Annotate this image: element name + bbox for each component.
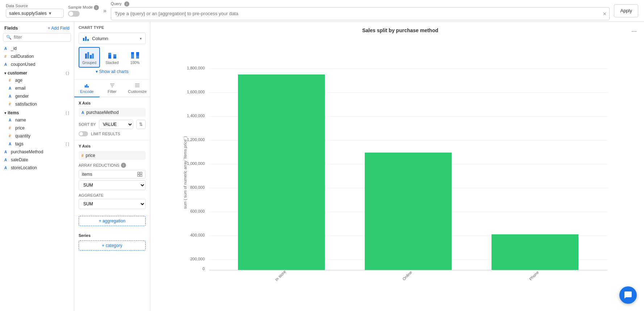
field-item-price[interactable]: # price: [0, 124, 74, 132]
svg-text:600,000: 600,000: [190, 209, 205, 213]
limit-toggle[interactable]: [79, 131, 88, 136]
sort-direction-button[interactable]: ⇅: [136, 120, 146, 129]
field-name: _id: [11, 46, 70, 51]
x-axis-field-name: purchaseMethod: [86, 110, 118, 115]
field-name: saleDate: [11, 157, 70, 162]
sample-mode-label: Sample Mode i: [68, 5, 99, 10]
svg-rect-0: [83, 38, 84, 41]
svg-rect-1: [85, 37, 87, 41]
svg-rect-17: [85, 85, 86, 88]
fields-search: 🔍: [3, 33, 71, 42]
show-all-charts-link[interactable]: ▾ Show all charts: [79, 68, 146, 76]
svg-text:1,600,000: 1,600,000: [187, 90, 205, 94]
svg-rect-19: [88, 86, 89, 88]
svg-text:Online: Online: [401, 270, 413, 281]
field-item-callDuration[interactable]: # callDuration: [0, 52, 74, 60]
field-type-icon: A: [4, 158, 9, 162]
search-icon: 🔍: [6, 35, 12, 40]
svg-rect-3: [85, 54, 87, 59]
svg-rect-4: [87, 52, 89, 59]
field-item-storeLocation[interactable]: A storeLocation: [0, 164, 74, 172]
stacked-label: Stacked: [105, 61, 118, 65]
svg-rect-7: [108, 55, 111, 59]
chevron-down-icon: ▾: [49, 10, 60, 16]
svg-text:1,000,000: 1,000,000: [187, 161, 205, 166]
toggle-knob: [69, 12, 73, 16]
add-aggregation-button[interactable]: + aggregation: [79, 216, 146, 226]
field-name: gender: [15, 94, 70, 99]
field-item-id[interactable]: A _id: [0, 44, 74, 52]
series-section: Series + category: [74, 230, 150, 254]
field-type-icon: A: [4, 166, 9, 170]
chart-type-title: Chart Type: [79, 25, 146, 30]
query-input-wrap: ✕: [111, 7, 610, 20]
field-name: purchaseMethod: [11, 149, 70, 154]
field-type-icon: A: [4, 63, 9, 67]
x-axis-section: X Axis A purchaseMethod SORT BY VALUE LA…: [74, 97, 150, 140]
chat-button[interactable]: [619, 286, 637, 304]
field-name: couponUsed: [11, 62, 70, 67]
chart-variant-grouped[interactable]: Grouped: [79, 47, 100, 68]
svg-rect-26: [138, 172, 139, 174]
field-name: callDuration: [11, 54, 70, 59]
aggregate-label: AGGREGATE: [79, 193, 146, 197]
apply-button[interactable]: Apply: [614, 4, 638, 17]
chart-variant-100pct[interactable]: 100%: [124, 47, 146, 68]
chart-variant-stacked[interactable]: Stacked: [101, 47, 123, 68]
reduction-field-name: items: [82, 172, 92, 177]
field-item-age[interactable]: # age: [0, 76, 74, 84]
config-panel: Chart Type Column ▾: [74, 22, 150, 311]
reduction-field: items: [79, 170, 146, 179]
add-category-button[interactable]: + category: [79, 240, 146, 251]
svg-rect-28: [138, 175, 139, 176]
field-item-gender[interactable]: A gender: [0, 92, 74, 100]
tab-encode[interactable]: Encode: [74, 80, 100, 97]
datasource-dropdown[interactable]: sales.supplySales ▾: [6, 9, 64, 18]
customize-icon: [134, 82, 140, 88]
fields-title: Fields: [4, 25, 18, 31]
field-item-saleDate[interactable]: A saleDate: [0, 156, 74, 164]
main-layout: Fields + Add Field 🔍 A _id # callDuratio…: [0, 22, 644, 311]
datasource-section: Data Source sales.supplySales ▾: [6, 4, 64, 18]
sort-by-select[interactable]: VALUE LABEL CUSTOM: [99, 120, 133, 129]
query-input[interactable]: [111, 7, 610, 20]
section-badge: []: [65, 111, 70, 115]
field-item-email[interactable]: A email: [0, 84, 74, 92]
sample-mode-info-icon[interactable]: i: [94, 5, 99, 10]
field-item-purchaseMethod[interactable]: A purchaseMethod: [0, 148, 74, 156]
query-info-icon[interactable]: i: [124, 1, 129, 7]
field-type-icon: #: [9, 102, 13, 106]
svg-text:In store: In store: [274, 269, 286, 281]
section-customer[interactable]: ▾ customer {}: [0, 68, 74, 76]
reduction-agg-select[interactable]: SUM AVG MIN MAX: [79, 180, 146, 190]
svg-rect-16: [136, 52, 139, 56]
query-clear-icon[interactable]: ✕: [603, 11, 607, 16]
section-items[interactable]: ▾ items []: [0, 108, 74, 116]
aggregate-select[interactable]: SUM AVG MIN MAX COUNT: [79, 199, 146, 209]
field-type-icon: A: [9, 94, 13, 98]
caret-icon: ▾: [4, 71, 6, 75]
section-badge: {}: [65, 71, 70, 75]
field-item-quantity[interactable]: # quantity: [0, 132, 74, 140]
tab-customize[interactable]: Customize: [125, 80, 150, 97]
chart-title: Sales split by purchase method: [169, 27, 631, 33]
tab-filter[interactable]: Filter: [100, 80, 125, 97]
chart-type-dropdown[interactable]: Column ▾: [79, 33, 146, 44]
field-type-icon: A: [9, 86, 13, 90]
fields-filter-input[interactable]: [14, 35, 68, 40]
section-header-left: ▾ items: [4, 110, 19, 115]
field-item-tags[interactable]: A tags []: [0, 140, 74, 148]
field-item-name[interactable]: A name: [0, 116, 74, 124]
field-item-couponUsed[interactable]: A couponUsed: [0, 60, 74, 68]
arr-reduction-header: ARRAY REDUCTIONS i: [79, 163, 146, 168]
svg-rect-29: [140, 175, 142, 176]
y-axis-field: # price: [79, 151, 146, 160]
chart-menu-button[interactable]: ···: [631, 27, 637, 35]
field-item-satisfaction[interactable]: # satisfaction: [0, 100, 74, 108]
sample-mode-toggle[interactable]: [68, 11, 80, 17]
add-field-button[interactable]: + Add Field: [48, 26, 70, 31]
arr-reduction-info-icon[interactable]: i: [121, 163, 126, 168]
sort-by-row: SORT BY VALUE LABEL CUSTOM ⇅: [79, 120, 146, 129]
field-type-icon: #: [9, 126, 13, 130]
query-section: Query i ✕: [111, 1, 610, 20]
